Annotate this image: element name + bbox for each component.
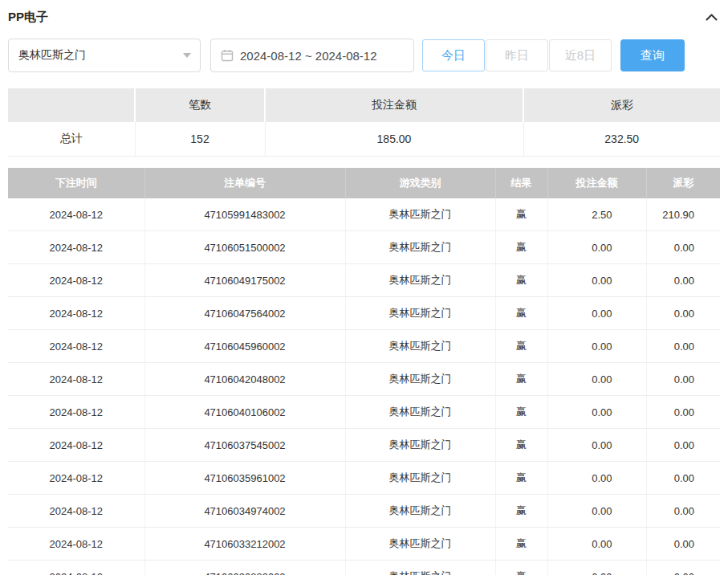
column-header-order-id: 注单编号 — [144, 168, 345, 198]
table-row: 2024-08-1247106051500002奥林匹斯之门赢0.000.00 — [8, 231, 720, 264]
order-id-cell: 47106030883002 — [144, 561, 345, 575]
bet-amount-cell: 0.00 — [547, 396, 646, 429]
records-header-row: 下注时间 注单编号 游戏类别 结果 投注金额 派彩 — [8, 168, 720, 198]
order-id-cell: 47106049175002 — [144, 264, 345, 297]
bet-time-cell: 2024-08-12 — [8, 561, 144, 575]
betting-records-panel: PP电子 奥林匹斯之门 2024-08-12 ~ 2024-08-12 今日昨日… — [0, 0, 728, 575]
payout-cell: 0.00 — [646, 429, 720, 462]
page-title: PP电子 — [8, 10, 48, 25]
game-type-cell: 奥林匹斯之门 — [345, 495, 495, 528]
game-type-cell: 奥林匹斯之门 — [345, 264, 495, 297]
payout-cell: 0.00 — [646, 462, 720, 495]
game-type-cell: 奥林匹斯之门 — [345, 429, 495, 462]
bet-time-cell: 2024-08-12 — [8, 429, 144, 462]
result-cell: 赢 — [495, 462, 547, 495]
order-id-cell: 47106037545002 — [144, 429, 345, 462]
summary-header-empty — [8, 88, 135, 122]
game-type-cell: 奥林匹斯之门 — [345, 396, 495, 429]
bet-time-cell: 2024-08-12 — [8, 462, 144, 495]
search-button[interactable]: 查询 — [620, 39, 685, 71]
summary-header-row: 笔数 投注金额 派彩 — [8, 88, 720, 122]
summary-total-payout: 232.50 — [523, 122, 720, 157]
payout-cell: 0.00 — [646, 330, 720, 363]
table-row: 2024-08-1247106033212002奥林匹斯之门赢0.000.00 — [8, 528, 720, 561]
bet-amount-cell: 0.00 — [547, 264, 646, 297]
table-row: 2024-08-1247106030883002奥林匹斯之门赢0.000.00 — [8, 561, 720, 575]
table-row: 2024-08-1247105991483002奥林匹斯之门赢2.50210.9… — [8, 198, 720, 231]
result-cell: 赢 — [495, 561, 547, 575]
bet-time-cell: 2024-08-12 — [8, 330, 144, 363]
order-id-cell: 47106040106002 — [144, 396, 345, 429]
summary-header-payout: 派彩 — [523, 88, 720, 122]
order-id-cell: 47105991483002 — [144, 198, 345, 231]
payout-cell: 210.90 — [646, 198, 720, 231]
payout-cell: 0.00 — [646, 528, 720, 561]
game-select[interactable]: 奥林匹斯之门 — [8, 39, 201, 72]
calendar-icon — [221, 49, 234, 62]
order-id-cell: 47106047564002 — [144, 297, 345, 330]
bet-amount-cell: 0.00 — [547, 231, 646, 264]
payout-cell: 0.00 — [646, 231, 720, 264]
order-id-cell: 47106051500002 — [144, 231, 345, 264]
result-cell: 赢 — [495, 297, 547, 330]
quick-filter-today-button[interactable]: 今日 — [422, 39, 485, 71]
result-cell: 赢 — [495, 363, 547, 396]
result-cell: 赢 — [495, 231, 547, 264]
game-type-cell: 奥林匹斯之门 — [345, 561, 495, 575]
game-select-value: 奥林匹斯之门 — [18, 48, 86, 63]
bet-amount-cell: 0.00 — [547, 429, 646, 462]
bet-time-cell: 2024-08-12 — [8, 231, 144, 264]
order-id-cell: 47106042048002 — [144, 363, 345, 396]
game-type-cell: 奥林匹斯之门 — [345, 231, 495, 264]
summary-header-bet-amount: 投注金额 — [265, 88, 523, 122]
table-row: 2024-08-1247106034974002奥林匹斯之门赢0.000.00 — [8, 495, 720, 528]
table-row: 2024-08-1247106037545002奥林匹斯之门赢0.000.00 — [8, 429, 720, 462]
table-row: 2024-08-1247106040106002奥林匹斯之门赢0.000.00 — [8, 396, 720, 429]
order-id-cell: 47106035961002 — [144, 462, 345, 495]
bet-time-cell: 2024-08-12 — [8, 396, 144, 429]
result-cell: 赢 — [495, 528, 547, 561]
date-range-picker[interactable]: 2024-08-12 ~ 2024-08-12 — [210, 39, 414, 72]
summary-total-bet-amount: 185.00 — [265, 122, 523, 157]
order-id-cell: 47106045960002 — [144, 330, 345, 363]
game-type-cell: 奥林匹斯之门 — [345, 528, 495, 561]
bet-amount-cell: 0.00 — [547, 330, 646, 363]
column-header-payout: 派彩 — [646, 168, 720, 198]
bet-amount-cell: 0.00 — [547, 462, 646, 495]
result-cell: 赢 — [495, 396, 547, 429]
column-header-result: 结果 — [495, 168, 547, 198]
summary-total-label: 总计 — [8, 122, 135, 157]
bet-amount-cell: 0.00 — [547, 297, 646, 330]
panel-header: PP电子 — [8, 6, 720, 27]
column-header-bet-time: 下注时间 — [8, 168, 144, 198]
table-row: 2024-08-1247106042048002奥林匹斯之门赢0.000.00 — [8, 363, 720, 396]
column-header-bet-amount: 投注金额 — [547, 168, 646, 198]
table-row: 2024-08-1247106035961002奥林匹斯之门赢0.000.00 — [8, 462, 720, 495]
payout-cell: 0.00 — [646, 396, 720, 429]
bet-amount-cell: 0.00 — [547, 561, 646, 575]
result-cell: 赢 — [495, 429, 547, 462]
payout-cell: 0.00 — [646, 297, 720, 330]
bet-time-cell: 2024-08-12 — [8, 363, 144, 396]
table-row: 2024-08-1247106045960002奥林匹斯之门赢0.000.00 — [8, 330, 720, 363]
quick-filter-last-8-days-button[interactable]: 近8日 — [549, 39, 612, 71]
summary-header-count: 笔数 — [135, 88, 265, 122]
date-range-value: 2024-08-12 ~ 2024-08-12 — [240, 49, 377, 63]
column-header-game-type: 游戏类别 — [345, 168, 495, 198]
quick-filter-group: 今日昨日近8日 — [422, 39, 612, 71]
summary-total-count: 152 — [135, 122, 265, 157]
quick-filter-yesterday-button[interactable]: 昨日 — [486, 39, 548, 71]
collapse-chevron-up-icon[interactable] — [702, 8, 720, 26]
payout-cell: 0.00 — [646, 363, 720, 396]
bet-time-cell: 2024-08-12 — [8, 495, 144, 528]
game-type-cell: 奥林匹斯之门 — [345, 363, 495, 396]
order-id-cell: 47106034974002 — [144, 495, 345, 528]
bet-time-cell: 2024-08-12 — [8, 264, 144, 297]
result-cell: 赢 — [495, 495, 547, 528]
bet-amount-cell: 0.00 — [547, 528, 646, 561]
table-row: 2024-08-1247106047564002奥林匹斯之门赢0.000.00 — [8, 297, 720, 330]
payout-cell: 0.00 — [646, 495, 720, 528]
records-table: 下注时间 注单编号 游戏类别 结果 投注金额 派彩 2024-08-124710… — [8, 168, 720, 575]
filter-bar: 奥林匹斯之门 2024-08-12 ~ 2024-08-12 今日昨日近8日 查… — [8, 39, 720, 72]
bet-time-cell: 2024-08-12 — [8, 528, 144, 561]
